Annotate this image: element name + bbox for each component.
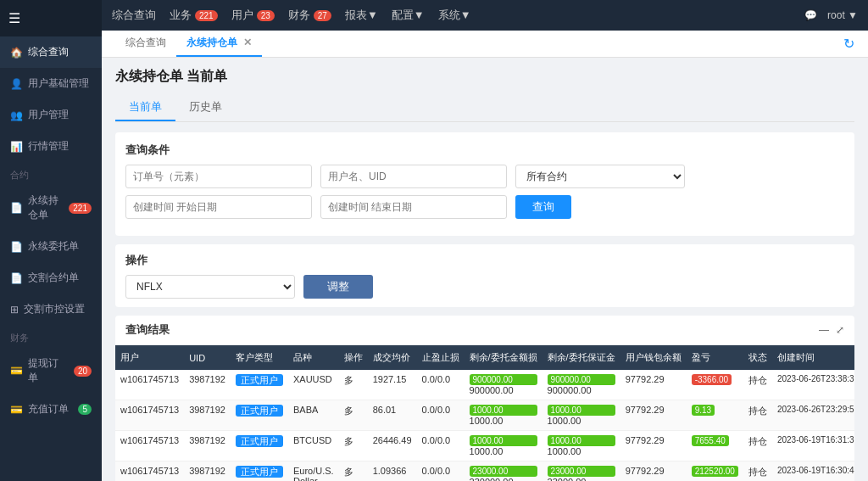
chart-icon: 📊: [10, 141, 23, 153]
contract-section-label: 合约: [0, 162, 102, 185]
table-header-row: 用户 UID 客户类型 品种 操作 成交均价 止盈止损 剩余/委托金额损 剩余/…: [115, 345, 854, 370]
main-area: 综合查询 业务 221 用户 23 财务 27 报表▼ 配置▼ 系统▼: [102, 0, 868, 481]
cell-avg-price: 1927.15: [368, 370, 417, 400]
tab-close-icon[interactable]: ✕: [243, 36, 252, 48]
nav-user[interactable]: 用户 23: [231, 8, 275, 23]
nav-finance[interactable]: 财务 27: [288, 8, 331, 23]
start-date-input[interactable]: [125, 195, 312, 219]
doc-icon: 📄: [10, 241, 23, 253]
sidebar-item-user-mgmt[interactable]: 👥 用户管理: [0, 99, 102, 131]
home-icon: 🏠: [10, 47, 23, 59]
results-table: 用户 UID 客户类型 品种 操作 成交均价 止盈止损 剩余/委托金额损 剩余/…: [115, 345, 854, 481]
cell-created: 2023-06-26T23:38:32: [772, 370, 854, 400]
expand-icon[interactable]: ⤢: [836, 324, 844, 336]
cell-remaining-margin: 1000.00 1000.00: [542, 431, 620, 461]
sidebar-item-label: 永续委托单: [28, 239, 79, 254]
nav-label: 系统▼: [438, 8, 471, 23]
sub-tab-history[interactable]: 历史单: [175, 94, 236, 121]
nav-comprehensive[interactable]: 综合查询: [112, 8, 156, 23]
ops-section-label: 操作: [125, 253, 844, 268]
cell-remaining-amount: 1000.00 1000.00: [465, 431, 542, 461]
doc-icon: 📄: [10, 202, 23, 214]
nav-config[interactable]: 配置▼: [392, 8, 425, 23]
cell-pnl: 9.13: [687, 400, 743, 431]
col-wallet: 用户钱包余额: [620, 345, 687, 370]
col-status: 状态: [743, 345, 772, 370]
menu-icon[interactable]: ☰: [8, 10, 20, 26]
tabs-bar: 综合查询 永续持仓单 ✕ ↻: [102, 31, 868, 58]
nav-label: 配置▼: [392, 8, 425, 23]
cell-created: 2023-06-19T16:30:43: [772, 461, 854, 482]
sidebar-item-comprehensive[interactable]: 🏠 综合查询: [0, 36, 102, 68]
user-menu[interactable]: root ▼: [827, 9, 858, 21]
col-direction: 操作: [339, 345, 368, 370]
sidebar-item-delivery-contract[interactable]: 📄 交割合约单: [0, 262, 102, 294]
cell-created: 2023-06-26T23:29:57: [772, 400, 854, 431]
cell-remaining-amount: 23000.00 230000.00: [465, 461, 542, 482]
sidebar-item-recharge[interactable]: 💳 充值订单 5: [0, 394, 102, 425]
ops-row: NFLX XAUUSD BTCUSD BABA 调整: [125, 275, 844, 299]
refresh-icon[interactable]: ↻: [843, 36, 854, 52]
cell-remaining-amount: 1000.00 1000.00: [465, 400, 542, 431]
user-icon: 👤: [10, 78, 23, 90]
tab-perpetual-hold[interactable]: 永续持仓单 ✕: [176, 31, 262, 57]
cell-user-type: 正式用户: [231, 370, 288, 400]
query-button[interactable]: 查询: [515, 195, 571, 219]
contract-select[interactable]: 所有合约 XAUUSD BTCUSD BABA Euro/U.S. Dollar: [515, 165, 685, 188]
cell-direction: 多: [339, 431, 368, 461]
query-form: 查询条件 所有合约 XAUUSD BTCUSD BABA Euro/U.S. D…: [115, 132, 854, 236]
doc-icon: 📄: [10, 272, 23, 284]
sidebar-item-label: 永续持仓单: [28, 193, 64, 222]
cell-status: 持仓: [743, 400, 772, 431]
adjust-button[interactable]: 调整: [303, 275, 373, 299]
user-uid-input[interactable]: [320, 165, 507, 188]
cell-remaining-margin: 23000.00 23000.00: [542, 461, 620, 482]
sidebar-item-label: 行情管理: [28, 139, 69, 154]
chat-icon[interactable]: 💬: [804, 9, 817, 21]
cell-pnl: -3366.00: [687, 370, 743, 400]
col-user-type: 客户类型: [231, 345, 288, 370]
sidebar-item-market[interactable]: 📊 行情管理: [0, 131, 102, 162]
page-title: 永续持仓单 当前单: [115, 68, 854, 86]
results-header: 查询结果 — ⤢: [115, 316, 854, 345]
nav-system[interactable]: 系统▼: [438, 8, 471, 23]
minimize-icon[interactable]: —: [819, 324, 829, 336]
product-select[interactable]: NFLX XAUUSD BTCUSD BABA: [125, 275, 295, 299]
end-date-input[interactable]: [320, 195, 507, 219]
sidebar-item-withdraw[interactable]: 💳 提现订单 20: [0, 348, 102, 394]
table-row: w1061745713 3987192 正式用户 XAUUSD 多 1927.1…: [115, 370, 854, 400]
tab-comprehensive[interactable]: 综合查询: [115, 31, 176, 57]
sidebar-item-label: 提现订单: [28, 356, 69, 385]
operations-section: 操作 NFLX XAUUSD BTCUSD BABA 调整: [115, 244, 854, 307]
col-stop: 止盈止损: [417, 345, 465, 370]
cell-user-type: 正式用户: [231, 400, 288, 431]
nav-report[interactable]: 报表▼: [345, 8, 378, 23]
sidebar-item-user-basic[interactable]: 👤 用户基础管理: [0, 68, 102, 99]
card-icon: 💳: [10, 404, 23, 416]
sidebar-item-perpetual-entrust[interactable]: 📄 永续委托单: [0, 231, 102, 262]
cell-stop: 0.0/0.0: [417, 400, 465, 431]
cell-uid: 3987192: [184, 370, 231, 400]
cell-user-type: 正式用户: [231, 431, 288, 461]
finance-section-label: 财务: [0, 325, 102, 348]
top-nav: 综合查询 业务 221 用户 23 财务 27 报表▼ 配置▼ 系统▼: [102, 0, 868, 31]
sidebar-item-label: 用户基础管理: [28, 76, 89, 91]
cell-status: 持仓: [743, 370, 772, 400]
cell-remaining-margin: 1000.00 1000.00: [542, 400, 620, 431]
col-created: 创建时间: [772, 345, 854, 370]
sub-tab-current[interactable]: 当前单: [115, 94, 175, 121]
order-id-input[interactable]: [125, 165, 312, 188]
results-section: 查询结果 — ⤢ 用户 UID 客户类型 品种 操作 成交均价: [115, 316, 854, 481]
cell-status: 持仓: [743, 461, 772, 482]
cell-product: BTCUSD: [288, 431, 339, 461]
query-row-2: 查询: [125, 195, 844, 219]
nav-business[interactable]: 业务 221: [170, 8, 218, 23]
sidebar-item-label: 交割合约单: [28, 271, 79, 285]
sidebar-item-perpetual-hold[interactable]: 📄 永续持仓单 221: [0, 185, 102, 231]
col-user: 用户: [115, 345, 184, 370]
sidebar-header[interactable]: ☰: [0, 0, 102, 36]
col-avg-price: 成交均价: [368, 345, 417, 370]
cell-user: w1061745713: [115, 400, 184, 431]
sidebar-item-delivery-control[interactable]: ⊞ 交割市控设置: [0, 294, 102, 325]
sidebar-item-label: 交割市控设置: [24, 302, 85, 316]
